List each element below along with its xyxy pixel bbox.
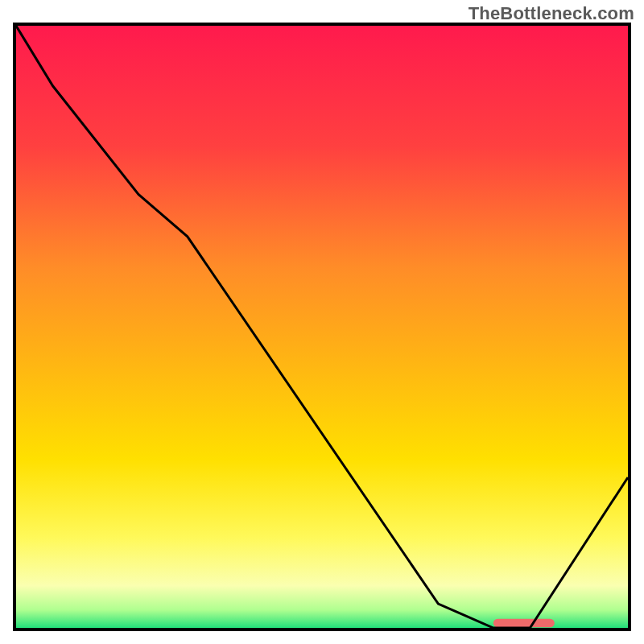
attribution-text: TheBottleneck.com	[469, 3, 634, 24]
plot-area	[13, 23, 631, 631]
heatmap-background	[16, 26, 628, 628]
chart-svg	[16, 26, 628, 628]
chart-frame: TheBottleneck.com	[0, 0, 644, 644]
optimal-marker	[493, 619, 555, 627]
